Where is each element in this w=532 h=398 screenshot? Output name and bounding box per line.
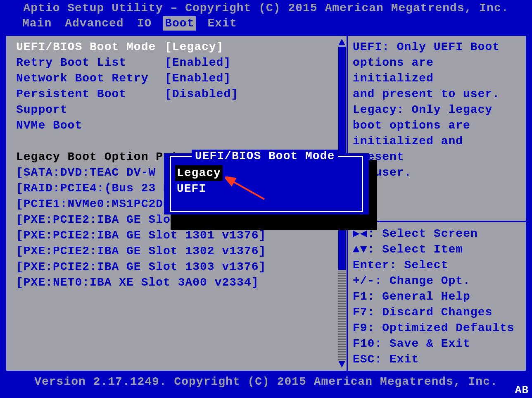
setting-network-boot-retry[interactable]: Network Boot Retry [Enabled] (16, 71, 347, 86)
nav-f7: F7: Discard Changes (353, 305, 521, 320)
help-text: initialized and present (353, 133, 521, 165)
tab-main[interactable]: Main (21, 16, 53, 31)
content-area: UEFI/BIOS Boot Mode [Legacy] Retry Boot … (5, 35, 527, 372)
help-text: to user. (353, 165, 521, 181)
tab-io[interactable]: IO (135, 16, 154, 31)
nav-esc: ESC: Exit (353, 352, 521, 367)
nav-f1: F1: General Help (353, 289, 521, 305)
setting-value: [Enabled] (165, 55, 231, 71)
nav-f10: F10: Save & Exit (353, 336, 521, 352)
setting-boot-mode[interactable]: UEFI/BIOS Boot Mode [Legacy] (16, 39, 347, 55)
setting-label: Network Boot Retry (16, 71, 165, 86)
popup-title: UEFI/BIOS Boot Mode (192, 150, 338, 162)
help-text: and present to user. (353, 86, 521, 102)
spacer (16, 133, 347, 149)
scroll-down-icon[interactable]: ▼ (338, 358, 346, 371)
help-text: boot options are (353, 118, 521, 133)
menu-tabs: Main Advanced IO Boot Exit (0, 16, 532, 31)
footer: Version 2.17.1249. Copyright (C) 2015 Am… (0, 374, 532, 398)
arrow-ud-icon: ▲▼ (353, 243, 368, 256)
nav-select-screen: ▶◀: Select Screen (353, 226, 521, 242)
setting-value: [Enabled] (165, 71, 231, 86)
setting-label: UEFI/BIOS Boot Mode (16, 39, 165, 55)
tab-exit[interactable]: Exit (206, 16, 238, 31)
setting-persistent-boot-cont: Support (16, 102, 347, 118)
setting-value: [Legacy] (165, 39, 223, 55)
nav-change: +/-: Change Opt. (353, 273, 521, 289)
setting-retry-boot-list[interactable]: Retry Boot List [Enabled] (16, 55, 347, 71)
setting-label: Persistent Boot (16, 86, 165, 102)
scroll-track-pattern (338, 272, 346, 360)
title-bar: Aptio Setup Utility – Copyright (C) 2015… (0, 0, 532, 16)
popup-option-legacy[interactable]: Legacy (175, 165, 223, 181)
corner-label: AB (515, 384, 529, 396)
boot-entry[interactable]: [PXE:NET0:IBA XE Slot 3A00 v2334] (16, 275, 347, 291)
help-text: Legacy: Only legacy (353, 102, 521, 118)
setting-label: Retry Boot List (16, 55, 165, 71)
nav-f9: F9: Optimized Defaults (353, 320, 521, 336)
setting-persistent-boot[interactable]: Persistent Boot [Disabled] (16, 86, 347, 102)
boot-entry[interactable]: [PXE:PCIE2:IBA GE Slot 1303 v1376] (16, 259, 347, 275)
popup-option-uefi[interactable]: UEFI (175, 182, 208, 195)
setting-nvme-boot[interactable]: NVMe Boot (16, 118, 347, 133)
nav-enter: Enter: Select (353, 257, 521, 273)
tab-boot[interactable]: Boot (163, 16, 196, 31)
boot-entry[interactable]: [PXE:PCIE2:IBA GE Slot 1302 v1376] (16, 243, 347, 259)
setting-value: [Disabled] (165, 86, 238, 102)
setting-label: Support (16, 102, 165, 118)
help-text: UEFI: Only UEFI Boot (353, 39, 521, 55)
help-text: options are initialized (353, 55, 521, 86)
boot-mode-popup: UEFI/BIOS Boot Mode Legacy UEFI (164, 153, 369, 214)
bios-setup-utility: Aptio Setup Utility – Copyright (C) 2015… (0, 0, 532, 398)
setting-label: NVMe Boot (16, 118, 165, 133)
nav-select-item: ▲▼: Select Item (353, 242, 521, 257)
tab-advanced[interactable]: Advanced (63, 16, 125, 31)
